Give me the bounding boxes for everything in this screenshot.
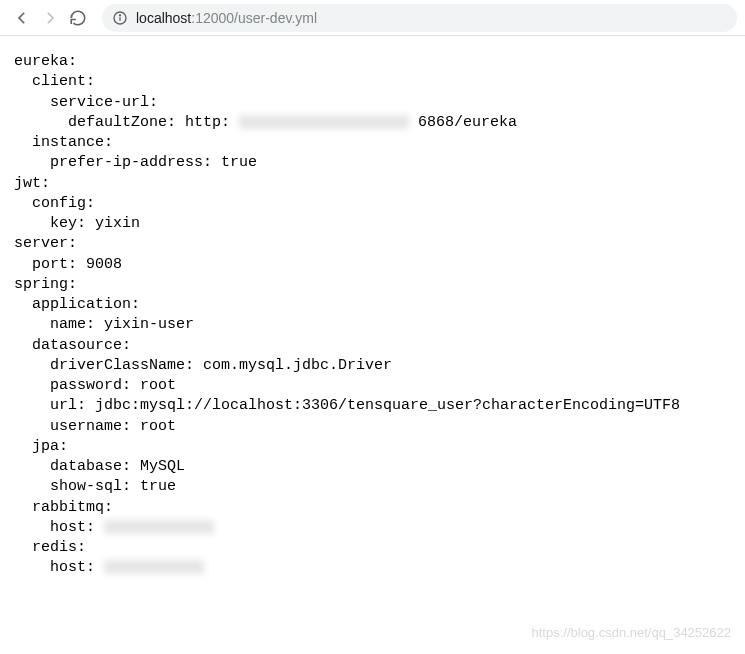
yaml-line: instance: [14, 134, 113, 151]
yaml-line: prefer-ip-address: true [14, 154, 257, 171]
redacted-host [104, 560, 204, 574]
yaml-line: config: [14, 195, 95, 212]
back-button[interactable] [8, 4, 36, 32]
yaml-line: host: [14, 559, 95, 576]
yaml-line: rabbitmq: [14, 499, 113, 516]
yaml-line: jwt: [14, 175, 50, 192]
yaml-content: eureka: client: service-url: defaultZone… [0, 36, 745, 595]
url-text: localhost:12000/user-dev.yml [136, 10, 317, 26]
yaml-line: name: yixin-user [14, 316, 194, 333]
address-bar[interactable]: localhost:12000/user-dev.yml [102, 4, 737, 32]
yaml-line: database: MySQL [14, 458, 185, 475]
url-rest: :12000/user-dev.yml [191, 10, 317, 26]
yaml-line: server: [14, 235, 77, 252]
yaml-line: url: jdbc:mysql://localhost:3306/tensqua… [14, 397, 680, 414]
yaml-line: eureka: [14, 53, 77, 70]
forward-button[interactable] [36, 4, 64, 32]
yaml-line: datasource: [14, 337, 131, 354]
yaml-line: driverClassName: com.mysql.jdbc.Driver [14, 357, 392, 374]
yaml-line: client: [14, 73, 95, 90]
yaml-line: spring: [14, 276, 77, 293]
redacted-host [104, 520, 214, 534]
yaml-line: 6868/eureka [418, 114, 517, 131]
yaml-line: key: yixin [14, 215, 140, 232]
yaml-line: application: [14, 296, 140, 313]
url-host: localhost [136, 10, 191, 26]
browser-toolbar: localhost:12000/user-dev.yml [0, 0, 745, 36]
watermark: https://blog.csdn.net/qq_34252622 [532, 625, 732, 640]
yaml-line: port: 9008 [14, 256, 122, 273]
reload-button[interactable] [64, 4, 92, 32]
svg-point-2 [119, 14, 120, 15]
yaml-line: defaultZone: http: [14, 114, 230, 131]
yaml-line: jpa: [14, 438, 68, 455]
yaml-line: show-sql: true [14, 478, 176, 495]
info-icon [112, 10, 128, 26]
yaml-line: host: [14, 519, 95, 536]
redacted-host [239, 115, 409, 129]
yaml-line: service-url: [14, 94, 158, 111]
yaml-line: redis: [14, 539, 86, 556]
yaml-line: password: root [14, 377, 176, 394]
yaml-line: username: root [14, 418, 176, 435]
